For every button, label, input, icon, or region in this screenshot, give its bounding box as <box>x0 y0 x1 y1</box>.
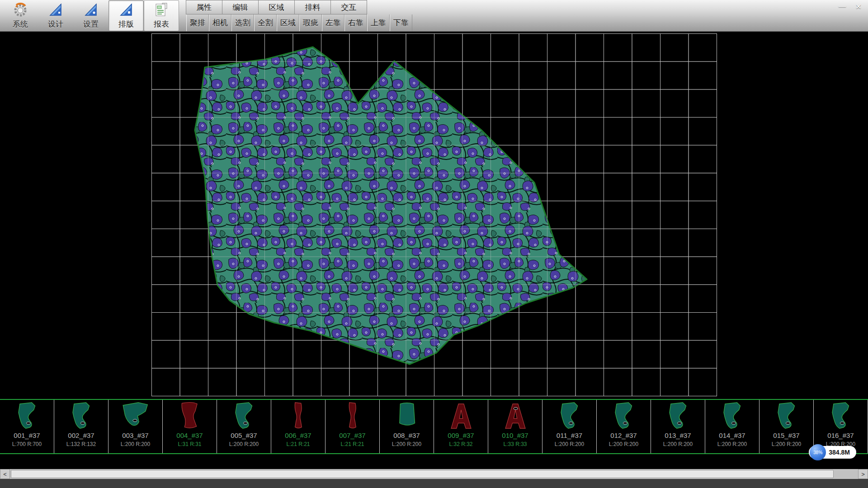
scroll-left-button[interactable]: < <box>0 469 10 479</box>
tool-button[interactable]: 区域 <box>277 14 299 31</box>
part-thumbnail[interactable]: 003_#37 L:200 R:200 <box>108 400 163 453</box>
part-thumbnail[interactable]: 001_#37 L:700 R:700 <box>0 400 54 453</box>
tool-button[interactable]: 选割 <box>231 14 254 31</box>
part-counts: L:21 R:21 <box>340 441 364 447</box>
part-shape-icon <box>279 401 317 431</box>
app-tab-design[interactable]: 设计 <box>38 0 73 31</box>
nesting-canvas-svg[interactable] <box>0 32 868 399</box>
menu-item[interactable]: 编辑 <box>222 0 259 14</box>
part-shape-icon <box>442 401 480 431</box>
part-shape-icon <box>334 401 372 431</box>
menu-item[interactable]: 区域 <box>258 0 295 14</box>
part-label: 003_#37 <box>122 432 148 439</box>
part-label: 008_#37 <box>393 432 420 439</box>
part-hole <box>514 408 518 410</box>
part-label: 014_#37 <box>719 432 745 439</box>
tool-button[interactable]: 上靠 <box>367 14 390 31</box>
part-counts: L:200 R:200 <box>121 441 150 447</box>
menu-and-tools: 属性 编辑 区域 排料 交互 聚排 相机 选割 全 <box>186 0 412 31</box>
part-thumbnail[interactable]: 009_#37 L:32 R:32 <box>434 400 488 453</box>
app-switcher: 系统 设计 设置 <box>0 0 179 31</box>
part-shape-icon <box>8 401 46 431</box>
part-hole <box>840 422 844 424</box>
app-tab-label: 设计 <box>48 19 63 29</box>
app-tab-label: 设置 <box>83 19 99 29</box>
tool-button[interactable]: 相机 <box>209 14 231 31</box>
part-thumbnail[interactable]: 002_#37 L:132 R:132 <box>54 400 108 453</box>
application-window: 系统 设计 设置 <box>0 0 868 488</box>
part-counts: L:132 R:132 <box>66 441 96 447</box>
progress-indicator: 38% 384.8M <box>810 444 856 460</box>
app-tab-settings[interactable]: 设置 <box>73 0 108 31</box>
tool-button[interactable]: 下靠 <box>390 14 412 31</box>
tool-button[interactable]: 瑕疵 <box>299 14 322 31</box>
part-thumbnail[interactable]: 004_#37 L:31 R:31 <box>163 400 217 453</box>
part-shape-icon <box>605 401 643 431</box>
scrollbar-thumb[interactable] <box>11 470 834 478</box>
part-hole <box>243 422 247 424</box>
app-tab-system[interactable]: 系统 <box>3 0 38 31</box>
part-thumbnail[interactable]: 012_#37 L:200 R:200 <box>597 400 651 453</box>
part-thumbnail[interactable]: 005_#37 L:200 R:200 <box>217 400 271 453</box>
part-thumbnail[interactable]: 007_#37 L:21 R:21 <box>326 400 380 453</box>
part-thumbnail[interactable]: 008_#37 L:200 R:200 <box>380 400 434 453</box>
menu-bar: 属性 编辑 区域 排料 交互 <box>186 0 412 14</box>
part-thumbnail[interactable]: 006_#37 L:21 R:21 <box>271 400 326 453</box>
part-shape-icon <box>713 401 751 431</box>
toolbar: 系统 设计 设置 <box>0 0 868 32</box>
tool-button[interactable]: 左靠 <box>322 14 344 31</box>
minimize-button[interactable]: — <box>835 1 849 12</box>
part-label: 010_#37 <box>502 432 528 439</box>
part-counts: L:21 R:21 <box>286 441 310 447</box>
part-thumbnail[interactable]: 010_#37 L:33 R:33 <box>488 400 542 453</box>
part-label: 005_#37 <box>231 432 257 439</box>
part-thumbnail[interactable]: 013_#37 L:200 R:200 <box>651 400 705 453</box>
part-thumbnail[interactable]: 011_#37 L:200 R:200 <box>542 400 597 453</box>
part-label: 001_#37 <box>14 432 40 439</box>
part-counts: L:200 R:200 <box>717 441 747 447</box>
system-gear-icon <box>12 2 28 18</box>
settings-icon <box>83 2 99 18</box>
part-shape-icon <box>225 401 263 431</box>
app-tab-nesting[interactable]: 排版 <box>108 0 144 31</box>
nesting-icon <box>118 2 134 18</box>
part-counts: L:200 R:200 <box>772 441 801 447</box>
menu-item[interactable]: 交互 <box>330 0 367 14</box>
part-label: 007_#37 <box>339 432 365 439</box>
part-hole <box>133 419 137 422</box>
horizontal-scrollbar[interactable]: < > <box>0 469 868 479</box>
part-label: 015_#37 <box>773 432 799 439</box>
tool-button[interactable]: 全割 <box>254 14 277 31</box>
part-hole <box>623 422 627 424</box>
bottom-filler <box>0 479 868 488</box>
part-label: 009_#37 <box>448 432 474 439</box>
part-counts: L:700 R:700 <box>12 441 42 447</box>
tool-button[interactable]: 右靠 <box>344 14 367 31</box>
part-counts: L:200 R:200 <box>663 441 693 447</box>
part-hole <box>80 422 85 424</box>
part-label: 006_#37 <box>285 432 311 439</box>
part-shape-icon <box>171 401 209 431</box>
part-counts: L:200 R:200 <box>555 441 584 447</box>
part-hole <box>677 422 681 424</box>
part-counts: L:33 R:33 <box>503 441 527 447</box>
menu-item[interactable]: 属性 <box>186 0 222 14</box>
part-counts: L:200 R:200 <box>229 441 259 447</box>
menu-item[interactable]: 排料 <box>294 0 331 14</box>
scroll-right-button[interactable]: > <box>858 469 868 479</box>
part-label: 011_#37 <box>557 432 582 439</box>
part-shape-icon <box>822 401 860 431</box>
part-hole <box>26 422 30 424</box>
part-thumbnail[interactable]: 014_#37 L:200 R:200 <box>705 400 760 453</box>
scrollbar-track[interactable] <box>10 469 858 479</box>
nesting-canvas[interactable] <box>0 32 868 399</box>
part-thumbnail[interactable]: 015_#37 L:200 R:200 <box>760 400 814 453</box>
tool-button[interactable]: 聚排 <box>186 14 209 31</box>
close-button[interactable]: ✕ <box>852 1 865 12</box>
part-counts: L:32 R:32 <box>449 441 472 447</box>
parts-strip: 001_#37 L:700 R:700 002_#37 L:132 R:132 … <box>0 399 868 454</box>
report-icon <box>153 2 170 18</box>
app-tab-report[interactable]: 报表 <box>144 0 179 31</box>
part-shape-icon <box>388 401 426 431</box>
part-hole <box>569 422 573 424</box>
